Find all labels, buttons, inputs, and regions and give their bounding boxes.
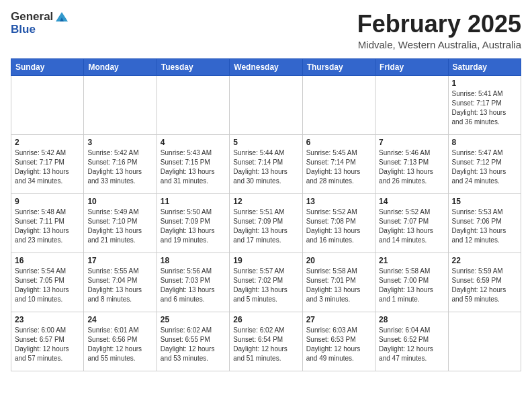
day-info: Sunrise: 6:00 AM Sunset: 6:57 PM Dayligh…: [15, 326, 80, 363]
day-info: Sunrise: 5:50 AM Sunset: 7:09 PM Dayligh…: [161, 208, 226, 245]
calendar-cell: [157, 75, 229, 134]
calendar-cell: 8Sunrise: 5:47 AM Sunset: 7:12 PM Daylig…: [448, 134, 521, 193]
calendar-cell: 26Sunrise: 6:02 AM Sunset: 6:54 PM Dayli…: [230, 312, 302, 371]
day-number: 12: [233, 197, 298, 206]
day-info: Sunrise: 5:47 AM Sunset: 7:12 PM Dayligh…: [452, 148, 517, 186]
calendar-cell: 11Sunrise: 5:50 AM Sunset: 7:09 PM Dayli…: [157, 193, 229, 253]
logo-general-text: General: [11, 11, 53, 24]
day-info: Sunrise: 5:45 AM Sunset: 7:14 PM Dayligh…: [306, 148, 371, 186]
day-number: 7: [379, 138, 444, 147]
calendar-cell: 13Sunrise: 5:52 AM Sunset: 7:08 PM Dayli…: [302, 193, 375, 253]
logo-blue-text: Blue: [11, 24, 36, 36]
day-number: 17: [87, 256, 152, 265]
location-title: Midvale, Western Australia, Australia: [357, 39, 521, 50]
day-number: 18: [161, 256, 226, 265]
day-info: Sunrise: 5:54 AM Sunset: 7:05 PM Dayligh…: [15, 267, 80, 304]
calendar-cell: [11, 75, 84, 134]
day-number: 19: [233, 256, 298, 265]
calendar-week-row: 1Sunrise: 5:41 AM Sunset: 7:17 PM Daylig…: [11, 75, 521, 134]
day-number: 20: [306, 256, 371, 265]
day-number: 14: [379, 197, 444, 206]
calendar-cell: 7Sunrise: 5:46 AM Sunset: 7:13 PM Daylig…: [375, 134, 448, 193]
day-info: Sunrise: 5:42 AM Sunset: 7:17 PM Dayligh…: [15, 148, 80, 186]
col-header-monday: Monday: [84, 58, 157, 75]
calendar-week-row: 16Sunrise: 5:54 AM Sunset: 7:05 PM Dayli…: [11, 253, 521, 312]
day-info: Sunrise: 6:01 AM Sunset: 6:56 PM Dayligh…: [87, 326, 152, 363]
day-info: Sunrise: 6:03 AM Sunset: 6:53 PM Dayligh…: [306, 326, 371, 363]
logo: General Blue: [11, 11, 69, 36]
day-info: Sunrise: 6:02 AM Sunset: 6:55 PM Dayligh…: [161, 326, 226, 363]
day-info: Sunrise: 5:51 AM Sunset: 7:09 PM Dayligh…: [233, 208, 298, 245]
day-number: 9: [15, 197, 80, 206]
calendar-cell: 10Sunrise: 5:49 AM Sunset: 7:10 PM Dayli…: [84, 193, 157, 253]
col-header-sunday: Sunday: [11, 58, 84, 75]
day-info: Sunrise: 6:02 AM Sunset: 6:54 PM Dayligh…: [233, 326, 298, 363]
day-number: 24: [87, 315, 152, 324]
day-info: Sunrise: 5:42 AM Sunset: 7:16 PM Dayligh…: [87, 148, 152, 186]
calendar-cell: 23Sunrise: 6:00 AM Sunset: 6:57 PM Dayli…: [11, 312, 84, 371]
header: General Blue February 2025 Midvale, West…: [11, 11, 521, 50]
col-header-thursday: Thursday: [302, 58, 375, 75]
day-number: 4: [161, 138, 226, 147]
calendar-cell: 24Sunrise: 6:01 AM Sunset: 6:56 PM Dayli…: [84, 312, 157, 371]
calendar-cell: 18Sunrise: 5:56 AM Sunset: 7:03 PM Dayli…: [157, 253, 229, 312]
day-info: Sunrise: 5:56 AM Sunset: 7:03 PM Dayligh…: [161, 267, 226, 304]
day-number: 26: [233, 315, 298, 324]
calendar-cell: 12Sunrise: 5:51 AM Sunset: 7:09 PM Dayli…: [230, 193, 302, 253]
day-info: Sunrise: 5:58 AM Sunset: 7:01 PM Dayligh…: [306, 267, 371, 304]
title-block: February 2025 Midvale, Western Australia…: [357, 11, 521, 50]
calendar-cell: 15Sunrise: 5:53 AM Sunset: 7:06 PM Dayli…: [448, 193, 521, 253]
day-info: Sunrise: 5:52 AM Sunset: 7:07 PM Dayligh…: [379, 208, 444, 245]
calendar-cell: [230, 75, 302, 134]
day-number: 2: [15, 138, 80, 147]
day-number: 1: [452, 79, 517, 88]
calendar-cell: 4Sunrise: 5:43 AM Sunset: 7:15 PM Daylig…: [157, 134, 229, 193]
day-info: Sunrise: 5:57 AM Sunset: 7:02 PM Dayligh…: [233, 267, 298, 304]
col-header-saturday: Saturday: [448, 58, 521, 75]
calendar-table: SundayMondayTuesdayWednesdayThursdayFrid…: [11, 58, 521, 371]
day-info: Sunrise: 6:04 AM Sunset: 6:52 PM Dayligh…: [379, 326, 444, 363]
day-number: 10: [87, 197, 152, 206]
day-info: Sunrise: 5:53 AM Sunset: 7:06 PM Dayligh…: [452, 208, 517, 245]
calendar-cell: 21Sunrise: 5:58 AM Sunset: 7:00 PM Dayli…: [375, 253, 448, 312]
calendar-cell: 14Sunrise: 5:52 AM Sunset: 7:07 PM Dayli…: [375, 193, 448, 253]
day-number: 21: [379, 256, 444, 265]
calendar-cell: 17Sunrise: 5:55 AM Sunset: 7:04 PM Dayli…: [84, 253, 157, 312]
day-info: Sunrise: 5:52 AM Sunset: 7:08 PM Dayligh…: [306, 208, 371, 245]
calendar-week-row: 2Sunrise: 5:42 AM Sunset: 7:17 PM Daylig…: [11, 134, 521, 193]
day-info: Sunrise: 5:43 AM Sunset: 7:15 PM Dayligh…: [161, 148, 226, 186]
calendar-cell: 5Sunrise: 5:44 AM Sunset: 7:14 PM Daylig…: [230, 134, 302, 193]
day-info: Sunrise: 5:55 AM Sunset: 7:04 PM Dayligh…: [87, 267, 152, 304]
col-header-wednesday: Wednesday: [230, 58, 302, 75]
col-header-friday: Friday: [375, 58, 448, 75]
day-number: 11: [161, 197, 226, 206]
day-number: 25: [161, 315, 226, 324]
calendar-cell: [302, 75, 375, 134]
calendar-header-row: SundayMondayTuesdayWednesdayThursdayFrid…: [11, 58, 521, 75]
calendar-cell: 25Sunrise: 6:02 AM Sunset: 6:55 PM Dayli…: [157, 312, 229, 371]
day-number: 6: [306, 138, 371, 147]
calendar-cell: [448, 312, 521, 371]
calendar-cell: 2Sunrise: 5:42 AM Sunset: 7:17 PM Daylig…: [11, 134, 84, 193]
day-info: Sunrise: 5:44 AM Sunset: 7:14 PM Dayligh…: [233, 148, 298, 186]
day-number: 23: [15, 315, 80, 324]
day-number: 27: [306, 315, 371, 324]
day-info: Sunrise: 5:49 AM Sunset: 7:10 PM Dayligh…: [87, 208, 152, 245]
logo-icon: [54, 11, 69, 23]
day-info: Sunrise: 5:41 AM Sunset: 7:17 PM Dayligh…: [452, 89, 517, 127]
calendar-cell: 1Sunrise: 5:41 AM Sunset: 7:17 PM Daylig…: [448, 75, 521, 134]
day-number: 15: [452, 197, 517, 206]
calendar-cell: 9Sunrise: 5:48 AM Sunset: 7:11 PM Daylig…: [11, 193, 84, 253]
calendar-cell: 19Sunrise: 5:57 AM Sunset: 7:02 PM Dayli…: [230, 253, 302, 312]
day-number: 22: [452, 256, 517, 265]
calendar-cell: [375, 75, 448, 134]
day-info: Sunrise: 5:58 AM Sunset: 7:00 PM Dayligh…: [379, 267, 444, 304]
day-info: Sunrise: 5:48 AM Sunset: 7:11 PM Dayligh…: [15, 208, 80, 245]
day-number: 8: [452, 138, 517, 147]
day-number: 3: [87, 138, 152, 147]
day-number: 16: [15, 256, 80, 265]
day-number: 28: [379, 315, 444, 324]
day-info: Sunrise: 5:59 AM Sunset: 6:59 PM Dayligh…: [452, 267, 517, 304]
calendar-cell: 28Sunrise: 6:04 AM Sunset: 6:52 PM Dayli…: [375, 312, 448, 371]
day-number: 13: [306, 197, 371, 206]
